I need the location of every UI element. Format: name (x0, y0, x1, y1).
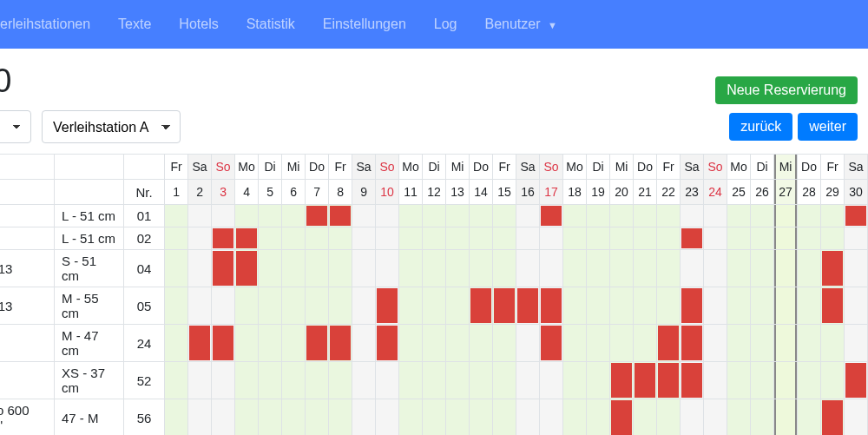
calendar-cell[interactable] (751, 205, 774, 227)
reservation-cell[interactable] (540, 325, 563, 362)
calendar-cell[interactable] (493, 325, 516, 362)
calendar-cell[interactable] (704, 287, 727, 325)
calendar-cell[interactable] (493, 399, 516, 436)
calendar-cell[interactable] (751, 399, 774, 436)
reservation-cell[interactable] (821, 250, 845, 287)
calendar-cell[interactable] (446, 250, 470, 287)
calendar-cell[interactable] (563, 287, 587, 325)
calendar-cell[interactable] (259, 287, 282, 325)
calendar-cell[interactable] (470, 362, 493, 399)
calendar-cell[interactable] (727, 362, 751, 399)
nav-statistik[interactable]: Statistik (236, 10, 306, 39)
calendar-cell[interactable] (634, 399, 657, 436)
calendar-cell[interactable] (212, 362, 235, 399)
calendar-cell[interactable] (821, 362, 845, 399)
calendar-cell[interactable] (704, 325, 727, 362)
reservation-cell[interactable] (376, 325, 399, 362)
calendar-cell[interactable] (845, 227, 868, 250)
calendar-cell[interactable] (423, 227, 446, 250)
calendar-cell[interactable] (798, 287, 821, 325)
reservation-cell[interactable] (235, 227, 259, 250)
calendar-cell[interactable] (188, 362, 212, 399)
calendar-cell[interactable] (681, 399, 704, 436)
calendar-cell[interactable] (516, 362, 540, 399)
calendar-cell[interactable] (587, 250, 610, 287)
calendar-cell[interactable] (329, 250, 352, 287)
calendar-cell[interactable] (282, 399, 306, 436)
reservation-cell[interactable] (821, 287, 845, 325)
calendar-cell[interactable] (470, 250, 493, 287)
calendar-cell[interactable] (634, 287, 657, 325)
calendar-cell[interactable] (259, 227, 282, 250)
calendar-cell[interactable] (610, 250, 634, 287)
reservation-cell[interactable] (212, 325, 235, 362)
calendar-cell[interactable] (798, 205, 821, 227)
calendar-cell[interactable] (259, 399, 282, 436)
calendar-cell[interactable] (563, 399, 587, 436)
calendar-cell[interactable] (188, 250, 212, 287)
calendar-cell[interactable] (399, 205, 423, 227)
calendar-cell[interactable] (610, 227, 634, 250)
calendar-cell[interactable] (751, 325, 774, 362)
reservation-cell[interactable] (493, 287, 516, 325)
calendar-cell[interactable] (563, 362, 587, 399)
calendar-cell[interactable] (657, 250, 681, 287)
reservation-cell[interactable] (306, 325, 329, 362)
reservation-cell[interactable] (376, 287, 399, 325)
reservation-cell[interactable] (610, 399, 634, 436)
calendar-cell[interactable] (798, 227, 821, 250)
calendar-cell[interactable] (587, 205, 610, 227)
calendar-cell[interactable] (727, 250, 751, 287)
calendar-cell[interactable] (329, 227, 352, 250)
calendar-cell[interactable] (165, 250, 188, 287)
calendar-cell[interactable] (774, 227, 798, 250)
calendar-cell[interactable] (282, 205, 306, 227)
calendar-cell[interactable] (774, 362, 798, 399)
calendar-cell[interactable] (704, 399, 727, 436)
calendar-cell[interactable] (845, 399, 868, 436)
calendar-cell[interactable] (727, 399, 751, 436)
calendar-cell[interactable] (329, 362, 352, 399)
reservation-cell[interactable] (845, 362, 868, 399)
calendar-cell[interactable] (657, 399, 681, 436)
calendar-cell[interactable] (352, 362, 376, 399)
nav-texte[interactable]: Texte (108, 10, 161, 39)
calendar-cell[interactable] (306, 227, 329, 250)
calendar-cell[interactable] (493, 362, 516, 399)
calendar-cell[interactable] (352, 205, 376, 227)
calendar-cell[interactable] (587, 399, 610, 436)
new-reservation-button[interactable]: Neue Reservierung (715, 76, 858, 104)
calendar-cell[interactable] (821, 205, 845, 227)
calendar-cell[interactable] (727, 205, 751, 227)
reservation-cell[interactable] (306, 205, 329, 227)
calendar-cell[interactable] (165, 227, 188, 250)
calendar-cell[interactable] (470, 227, 493, 250)
calendar-cell[interactable] (751, 362, 774, 399)
calendar-cell[interactable] (306, 250, 329, 287)
calendar-cell[interactable] (587, 325, 610, 362)
reservation-cell[interactable] (235, 250, 259, 287)
calendar-cell[interactable] (774, 205, 798, 227)
reservation-cell[interactable] (212, 250, 235, 287)
calendar-cell[interactable] (423, 399, 446, 436)
nav-log[interactable]: Log (424, 10, 468, 39)
calendar-cell[interactable] (446, 362, 470, 399)
calendar-cell[interactable] (774, 325, 798, 362)
calendar-cell[interactable] (470, 325, 493, 362)
calendar-cell[interactable] (282, 287, 306, 325)
calendar-cell[interactable] (235, 287, 259, 325)
calendar-cell[interactable] (446, 399, 470, 436)
filter-select-1[interactable]: en (0, 110, 31, 143)
reservation-cell[interactable] (681, 287, 704, 325)
calendar-cell[interactable] (329, 287, 352, 325)
calendar-cell[interactable] (587, 362, 610, 399)
forward-button[interactable]: weiter (798, 113, 858, 141)
calendar-cell[interactable] (282, 362, 306, 399)
calendar-cell[interactable] (493, 205, 516, 227)
calendar-cell[interactable] (821, 227, 845, 250)
calendar-cell[interactable] (540, 227, 563, 250)
calendar-cell[interactable] (259, 362, 282, 399)
calendar-cell[interactable] (634, 250, 657, 287)
nav-benutzer-dropdown[interactable]: Benutzer ▼ (474, 10, 567, 39)
calendar-cell[interactable] (399, 325, 423, 362)
